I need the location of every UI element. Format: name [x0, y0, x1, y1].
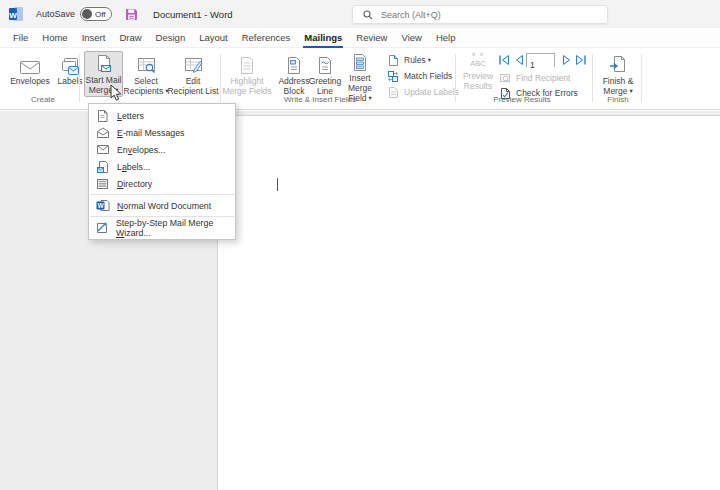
tab-insert[interactable]: Insert [75, 28, 113, 48]
mouse-cursor-icon [110, 84, 122, 102]
find-recipient-icon [499, 72, 512, 84]
search-input[interactable] [381, 10, 581, 20]
rules-label: Rules [404, 55, 431, 65]
menu-separator [90, 194, 234, 195]
preview-results-button: « » ABC Preview Results [458, 51, 498, 97]
dropdown-caret-icon: Recipients [124, 86, 169, 97]
svg-text:W: W [9, 11, 17, 20]
labels-button[interactable]: Labels [52, 51, 88, 97]
address-block-icon [286, 51, 302, 76]
search-box[interactable] [352, 5, 608, 24]
group-separator [455, 54, 456, 102]
ribbon-tab-bar: File Home Insert Draw Design Layout Refe… [0, 28, 720, 48]
finish-merge-label-1: Finish & [603, 76, 634, 86]
envelopes-button[interactable]: Envelopes [8, 51, 52, 97]
autosave-label: AutoSave [36, 9, 75, 19]
start-mail-merge-dropdown-menu: Letters E-mail Messages Envelopes... [88, 103, 236, 240]
match-fields-button[interactable]: Match Fields [387, 69, 452, 83]
match-fields-icon [387, 70, 400, 82]
start-mail-merge-icon [95, 52, 113, 75]
menu-item-label: Letters [117, 111, 144, 121]
select-recipients-button[interactable]: Select Recipients [125, 51, 167, 97]
next-record-button[interactable] [561, 54, 573, 66]
menu-item-letters[interactable]: Letters [89, 107, 235, 124]
title-bar: W AutoSave Off Document1 - Word [0, 0, 720, 28]
envelope-icon [95, 143, 110, 157]
group-separator [79, 54, 80, 102]
select-recipients-label-1: Select [134, 76, 158, 86]
tab-mailings[interactable]: Mailings [297, 28, 349, 48]
search-icon [363, 10, 373, 20]
insert-merge-field-icon [352, 51, 368, 73]
tab-file[interactable]: File [6, 28, 35, 48]
highlight-merge-fields-icon [239, 51, 255, 76]
previous-record-button[interactable] [513, 54, 525, 66]
update-labels-label: Update Labels [404, 87, 459, 97]
record-number-input[interactable] [527, 59, 554, 71]
menu-item-email-messages[interactable]: E-mail Messages [89, 124, 235, 141]
finish-group-label: Finish [597, 95, 639, 104]
record-number-box[interactable] [526, 53, 555, 67]
ribbon: Envelopes Labels Create [0, 48, 720, 110]
rules-button[interactable]: Rules [387, 53, 431, 67]
menu-item-normal-word-document[interactable]: W Normal Word Document [89, 197, 235, 214]
save-icon[interactable] [125, 8, 138, 21]
edit-recipient-list-label-2: Recipient List [167, 86, 218, 96]
highlight-merge-fields-button: Highlight Merge Fields [222, 51, 272, 97]
menu-item-labels[interactable]: Labels... [89, 158, 235, 175]
menu-item-label: Directory [117, 179, 152, 189]
edit-recipient-list-button[interactable]: Edit Recipient List [167, 51, 219, 97]
greeting-line-icon [317, 51, 333, 76]
group-separator [592, 54, 593, 102]
menu-item-label: E-mail Messages [117, 128, 184, 138]
menu-item-label: Envelopes... [117, 145, 165, 155]
finish-merge-icon [609, 51, 627, 76]
tab-home[interactable]: Home [35, 28, 74, 48]
labels-icon [95, 160, 110, 174]
address-block-label-1: Address [278, 76, 309, 86]
highlight-merge-fields-label-1: Highlight [230, 76, 263, 86]
group-separator [220, 54, 221, 102]
svg-text:W: W [97, 202, 104, 209]
menu-item-directory[interactable]: Directory [89, 175, 235, 192]
tab-references[interactable]: References [235, 28, 298, 48]
preview-results-icon: « » [458, 51, 498, 59]
group-separator [641, 54, 642, 102]
find-recipient-label: Find Recipient [516, 73, 570, 83]
envelope-icon [19, 51, 41, 76]
insert-merge-field-button[interactable]: Insert Merge Field [337, 51, 383, 97]
tab-layout[interactable]: Layout [192, 28, 235, 48]
word-logo-icon: W [9, 7, 23, 21]
select-recipients-icon [136, 51, 157, 76]
tab-view[interactable]: View [394, 28, 428, 48]
finish-and-merge-button[interactable]: Finish & Merge [597, 51, 639, 97]
tab-draw[interactable]: Draw [112, 28, 148, 48]
last-record-button[interactable] [575, 54, 587, 66]
document-page[interactable] [217, 115, 720, 490]
preview-results-label-1: Preview [458, 71, 498, 81]
word-document-icon: W [95, 199, 110, 213]
directory-icon [95, 177, 110, 191]
mail-merge-wizard-icon [95, 221, 109, 235]
preview-results-group-label: Preview Results [460, 95, 584, 104]
tab-design[interactable]: Design [149, 28, 193, 48]
first-record-button[interactable] [498, 54, 510, 66]
write-insert-fields-group-label: Write & Insert Fields [240, 95, 400, 104]
menu-item-label: Normal Word Document [117, 201, 211, 211]
letters-document-icon [95, 109, 110, 123]
envelopes-label: Envelopes [10, 76, 50, 86]
tab-help[interactable]: Help [429, 28, 463, 48]
menu-item-step-by-step-mail-merge-wizard[interactable]: Step-by-Step Mail Merge Wizard... [89, 219, 235, 236]
document-title: Document1 - Word [153, 9, 233, 20]
menu-item-label: Labels... [117, 162, 150, 172]
create-group-label: Create [8, 95, 78, 104]
menu-item-label: Step-by-Step Mail Merge Wizard... [116, 218, 235, 238]
email-messages-icon [95, 126, 110, 140]
match-fields-label: Match Fields [404, 71, 452, 81]
menu-item-envelopes[interactable]: Envelopes... [89, 141, 235, 158]
labels-icon [60, 51, 80, 76]
find-recipient-button: Find Recipient [499, 71, 570, 85]
autosave-toggle[interactable]: Off [80, 7, 112, 21]
tab-review[interactable]: Review [349, 28, 394, 48]
edit-recipient-list-icon [183, 51, 204, 76]
